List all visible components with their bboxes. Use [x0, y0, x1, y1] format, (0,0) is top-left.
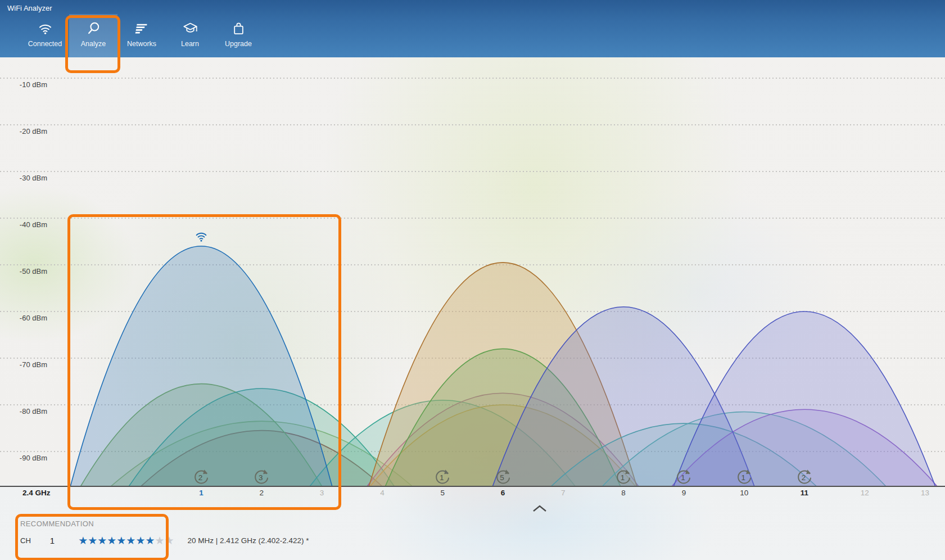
y-tick-label: -70 dBm [12, 360, 47, 369]
tab-connected[interactable]: Connected [21, 14, 69, 57]
channel-tick-6: 6 [491, 489, 515, 497]
channel-tick-10: 10 [733, 489, 756, 497]
app-title: WiFi Analyzer [7, 4, 52, 12]
channel-10-network-count-icon: 1 [735, 467, 754, 486]
recommendation-highlight [15, 514, 169, 560]
tab-label: Upgrade [225, 40, 252, 48]
channel-tick-13: 13 [914, 489, 937, 497]
y-tick-label: -50 dBm [12, 267, 47, 276]
channel-11-network-count-icon: 2 [795, 467, 814, 486]
y-tick-label: -60 dBm [12, 314, 47, 322]
channel-tick-7: 7 [551, 489, 575, 497]
tab-learn[interactable]: Learn [166, 14, 214, 57]
channel-tick-8: 8 [612, 489, 635, 497]
recommendation-details: 20 MHz | 2.412 GHz (2.402-2.422) * [188, 536, 309, 545]
y-tick-label: -90 dBm [12, 454, 47, 462]
channel-9-network-count-icon: 1 [674, 467, 693, 486]
collapse-panel-chevron-up-icon[interactable] [532, 504, 548, 514]
channel-tick-5: 5 [431, 489, 454, 497]
tab-networks[interactable]: Networks [117, 14, 166, 57]
tab-upgrade[interactable]: Upgrade [214, 14, 263, 57]
channel-8-network-count-icon: 1 [614, 467, 633, 486]
y-tick-label: -40 dBm [12, 220, 47, 229]
y-tick-label: -20 dBm [12, 127, 47, 136]
channel-network-count: 1 [433, 467, 452, 486]
app-header: WiFi Analyzer ConnectedAnalyzeNetworksLe… [0, 0, 945, 57]
tab-label: Learn [181, 40, 199, 48]
nav-tabs: ConnectedAnalyzeNetworksLearnUpgrade [21, 14, 263, 57]
network-curve-fill-ch11[interactable] [673, 311, 935, 486]
channel-network-count: 2 [795, 467, 814, 486]
channel1-region-highlight [67, 214, 341, 510]
analyze-tab-highlight [65, 15, 120, 73]
wifi-analyzer-window: -10 dBm-20 dBm-30 dBm-40 dBm-50 dBm-60 d… [0, 0, 945, 560]
tab-label: Networks [127, 40, 156, 48]
y-tick-label: -30 dBm [12, 174, 47, 182]
learn-icon [183, 21, 198, 36]
channel-tick-12: 12 [853, 489, 876, 497]
connected-icon [38, 21, 53, 36]
channel-network-count: 1 [614, 467, 633, 486]
tab-label: Connected [28, 40, 62, 48]
channel-tick-4: 4 [370, 489, 394, 497]
upgrade-icon [231, 21, 246, 36]
networks-icon [134, 21, 150, 36]
y-tick-label: -10 dBm [12, 80, 47, 89]
channel-tick-9: 9 [672, 489, 695, 497]
channel-tick-11: 11 [793, 489, 816, 497]
channel-network-count: 1 [674, 467, 693, 486]
channel-network-count: 5 [494, 467, 513, 486]
channel-6-network-count-icon: 5 [494, 467, 513, 486]
band-label: 2.4 GHz [22, 489, 51, 497]
channel-5-network-count-icon: 1 [433, 467, 452, 486]
y-tick-label: -80 dBm [12, 407, 47, 416]
channel-network-count: 1 [735, 467, 754, 486]
